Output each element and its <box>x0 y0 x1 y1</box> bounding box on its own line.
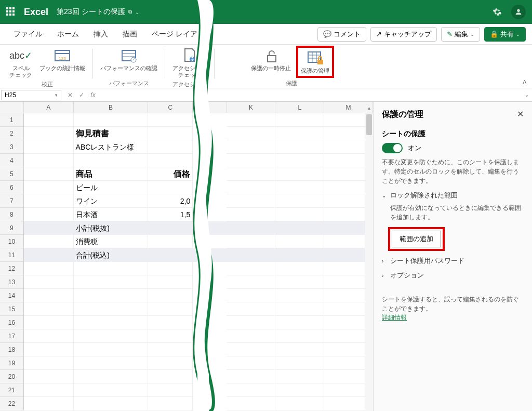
cell-L1[interactable] <box>275 113 324 127</box>
catchup-button[interactable]: ↗ キャッチアップ <box>370 27 437 42</box>
share-button[interactable]: 🔒 共有⌄ <box>484 27 526 42</box>
cell-B3[interactable]: ABCレストラン様 <box>74 140 148 154</box>
cell-C10[interactable] <box>148 235 193 248</box>
cell-B14[interactable] <box>74 289 148 302</box>
pause-protection-button[interactable]: 保護の一時停止 <box>249 46 293 78</box>
row-header[interactable]: 5 <box>0 167 24 181</box>
cell-B13[interactable] <box>74 275 148 289</box>
accessibility-button[interactable]: アクセシビリ チェック <box>170 46 209 79</box>
row-header[interactable]: 19 <box>0 356 24 370</box>
cell-A18[interactable] <box>24 343 74 356</box>
cell-L18[interactable] <box>275 343 324 356</box>
cell-K22[interactable] <box>227 397 275 410</box>
comment-button[interactable]: 💬 コメント <box>317 27 366 42</box>
row-header[interactable]: 3 <box>0 140 24 154</box>
cell-B1[interactable] <box>74 113 148 127</box>
col-header-C[interactable]: C <box>148 102 193 113</box>
close-icon[interactable]: ✕ <box>517 109 524 120</box>
cell-A1[interactable] <box>24 113 74 127</box>
fx-icon[interactable]: fx <box>88 91 98 99</box>
cell-K10[interactable] <box>227 235 275 248</box>
protect-toggle[interactable] <box>382 143 403 153</box>
row-header[interactable]: 16 <box>0 316 24 329</box>
tab-draw[interactable]: 描画 <box>115 24 144 44</box>
col-header-L[interactable]: L <box>275 102 324 113</box>
cell-L22[interactable] <box>275 397 324 410</box>
unlocked-ranges-expander[interactable]: ⌄ロック解除された範囲 <box>382 191 524 200</box>
cell-L3[interactable] <box>275 140 324 154</box>
cell-L2[interactable] <box>275 127 324 140</box>
cell-C19[interactable] <box>148 356 193 370</box>
cell-K3[interactable] <box>227 140 275 154</box>
row-header[interactable]: 12 <box>0 262 24 275</box>
row-header[interactable]: 4 <box>0 154 24 167</box>
col-header-B[interactable]: B <box>74 102 149 113</box>
cell-C12[interactable] <box>148 262 193 275</box>
row-header[interactable]: 8 <box>0 208 24 221</box>
cell-B8[interactable]: 日本酒 <box>74 208 148 221</box>
cell-C22[interactable] <box>148 397 193 410</box>
cell-B16[interactable] <box>74 316 148 329</box>
cell-K11[interactable] <box>227 248 275 262</box>
chevron-down-icon[interactable]: ⌄ <box>135 9 139 15</box>
cell-A9[interactable] <box>24 221 74 235</box>
col-header-K[interactable]: K <box>227 102 276 113</box>
cell-B17[interactable] <box>74 329 148 343</box>
row-header[interactable]: 9 <box>0 221 24 235</box>
worksheet[interactable]: A B C K L M 12御見積書3ABCレストラン様45商品価格6ビール7ワ… <box>0 102 373 411</box>
cell-B9[interactable]: 小計(税抜) <box>74 221 148 235</box>
cell-L13[interactable] <box>275 275 324 289</box>
cell-A17[interactable] <box>24 329 74 343</box>
accept-formula-icon[interactable]: ✓ <box>77 91 86 99</box>
cell-A14[interactable] <box>24 289 74 302</box>
cell-B22[interactable] <box>74 397 148 410</box>
cell-B21[interactable] <box>74 383 148 397</box>
row-header[interactable]: 10 <box>0 235 24 248</box>
tab-home[interactable]: ホーム <box>50 24 86 44</box>
row-header[interactable]: 15 <box>0 302 24 316</box>
cell-B12[interactable] <box>74 262 148 275</box>
cell-K6[interactable] <box>227 181 275 194</box>
cell-C1[interactable] <box>148 113 193 127</box>
cell-B2[interactable]: 御見積書 <box>74 127 148 140</box>
book-stats-button[interactable]: 123 ブックの統計情報 <box>37 46 87 79</box>
select-all-corner[interactable] <box>0 102 24 113</box>
cell-A12[interactable] <box>24 262 74 275</box>
options-expander[interactable]: ›オプション <box>382 271 524 280</box>
cell-L16[interactable] <box>275 316 324 329</box>
cell-K16[interactable] <box>227 316 275 329</box>
cell-C17[interactable] <box>148 329 193 343</box>
cell-C4[interactable] <box>148 154 193 167</box>
row-header[interactable]: 20 <box>0 370 24 383</box>
cell-C14[interactable] <box>148 289 193 302</box>
cell-K18[interactable] <box>227 343 275 356</box>
cell-A8[interactable] <box>24 208 74 221</box>
cell-L5[interactable] <box>275 167 324 181</box>
cell-A20[interactable] <box>24 370 74 383</box>
manage-protection-button[interactable]: 保護の管理 <box>299 48 331 75</box>
col-header-A[interactable]: A <box>24 102 74 113</box>
cell-A22[interactable] <box>24 397 74 410</box>
cell-L11[interactable] <box>275 248 324 262</box>
cell-A5[interactable] <box>24 167 74 181</box>
cell-C15[interactable] <box>148 302 193 316</box>
vertical-scrollbar[interactable] <box>365 113 373 411</box>
document-title[interactable]: 第23回 シートの保護 <box>57 7 125 17</box>
cell-C6[interactable] <box>148 181 193 194</box>
cell-B4[interactable] <box>74 154 148 167</box>
cell-C11[interactable] <box>148 248 193 262</box>
row-header[interactable]: 21 <box>0 383 24 397</box>
cell-A13[interactable] <box>24 275 74 289</box>
row-header[interactable]: 13 <box>0 275 24 289</box>
row-header[interactable]: 22 <box>0 397 24 410</box>
spellcheck-button[interactable]: abc✓ スペル チェック <box>7 46 34 79</box>
cell-B19[interactable] <box>74 356 148 370</box>
row-header[interactable]: 1 <box>0 113 24 127</box>
cell-L6[interactable] <box>275 181 324 194</box>
row-header[interactable]: 6 <box>0 181 24 194</box>
cell-L19[interactable] <box>275 356 324 370</box>
cell-L15[interactable] <box>275 302 324 316</box>
cell-L20[interactable] <box>275 370 324 383</box>
cell-A15[interactable] <box>24 302 74 316</box>
performance-button[interactable]: パフォーマンスの確認 <box>98 46 159 73</box>
